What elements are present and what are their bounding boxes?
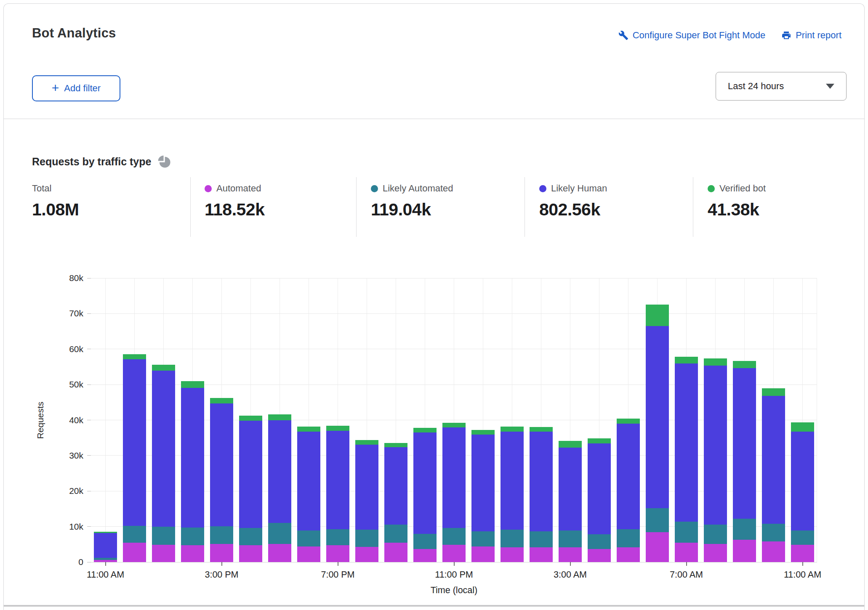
- bar-segment-verified-bot[interactable]: [413, 428, 437, 432]
- stat-likely-human[interactable]: Likely Human 802.56k: [539, 183, 607, 220]
- bar-segment-automated[interactable]: [762, 541, 785, 562]
- bar-segment-verified-bot[interactable]: [559, 441, 582, 448]
- bar-segment-verified-bot[interactable]: [384, 443, 407, 447]
- bar-segment-automated[interactable]: [152, 545, 175, 562]
- bar-segment-likely-automated[interactable]: [617, 529, 640, 548]
- bar-segment-likely-automated[interactable]: [297, 530, 320, 546]
- bar-segment-automated[interactable]: [181, 545, 204, 562]
- bar-segment-likely-automated[interactable]: [268, 523, 291, 544]
- bar-segment-verified-bot[interactable]: [646, 305, 669, 326]
- bar-segment-likely-automated[interactable]: [501, 530, 524, 547]
- bar-segment-automated[interactable]: [501, 547, 524, 562]
- bar-segment-likely-automated[interactable]: [413, 534, 437, 549]
- bar-segment-automated[interactable]: [675, 543, 698, 562]
- stat-automated[interactable]: Automated 118.52k: [205, 183, 264, 220]
- bar-segment-automated[interactable]: [413, 549, 437, 562]
- bar-segment-likely-automated[interactable]: [471, 531, 495, 546]
- add-filter-button[interactable]: + Add filter: [32, 75, 120, 101]
- bar-segment-automated[interactable]: [704, 544, 727, 562]
- bar-segment-likely-automated[interactable]: [210, 526, 233, 544]
- bar-segment-automated[interactable]: [791, 545, 814, 562]
- bar-segment-likely-human[interactable]: [588, 443, 611, 534]
- bar-segment-likely-automated[interactable]: [675, 522, 698, 543]
- bar-segment-likely-human[interactable]: [559, 448, 582, 530]
- bar-segment-likely-automated[interactable]: [181, 528, 204, 545]
- bar-segment-automated[interactable]: [210, 544, 233, 562]
- bar-segment-likely-human[interactable]: [501, 432, 524, 530]
- bar-segment-automated[interactable]: [326, 545, 349, 562]
- bar-segment-verified-bot[interactable]: [355, 440, 378, 445]
- bar-segment-automated[interactable]: [268, 544, 291, 562]
- bar-segment-verified-bot[interactable]: [762, 388, 785, 396]
- bar-segment-likely-human[interactable]: [762, 396, 785, 524]
- bar-segment-likely-automated[interactable]: [442, 528, 466, 545]
- bar-segment-likely-human[interactable]: [675, 363, 698, 521]
- bar-segment-likely-automated[interactable]: [355, 530, 378, 547]
- bar-segment-likely-automated[interactable]: [152, 527, 175, 544]
- bar-segment-likely-human[interactable]: [413, 432, 437, 534]
- bar-segment-likely-human[interactable]: [617, 424, 640, 529]
- bar-segment-likely-automated[interactable]: [94, 558, 117, 560]
- bar-segment-verified-bot[interactable]: [733, 361, 756, 368]
- bar-segment-verified-bot[interactable]: [239, 416, 262, 421]
- bar-segment-verified-bot[interactable]: [617, 419, 640, 424]
- bar-segment-likely-human[interactable]: [442, 427, 466, 528]
- bar-segment-verified-bot[interactable]: [210, 398, 233, 403]
- bar-segment-likely-automated[interactable]: [530, 531, 553, 547]
- bar-segment-verified-bot[interactable]: [297, 427, 320, 432]
- bar-segment-verified-bot[interactable]: [94, 532, 117, 533]
- bar-segment-likely-automated[interactable]: [588, 534, 611, 549]
- bar-segment-likely-automated[interactable]: [646, 508, 669, 532]
- stat-likely-automated[interactable]: Likely Automated 119.04k: [371, 183, 453, 220]
- bar-segment-likely-automated[interactable]: [384, 525, 407, 543]
- bar-segment-likely-human[interactable]: [704, 366, 727, 524]
- bar-segment-likely-automated[interactable]: [733, 519, 756, 540]
- bar-segment-verified-bot[interactable]: [791, 422, 814, 432]
- bar-segment-likely-automated[interactable]: [239, 528, 262, 545]
- bar-segment-verified-bot[interactable]: [501, 427, 524, 432]
- bar-segment-automated[interactable]: [530, 547, 553, 562]
- print-report-link[interactable]: Print report: [781, 30, 841, 41]
- bar-segment-verified-bot[interactable]: [588, 438, 611, 443]
- bar-segment-likely-human[interactable]: [297, 432, 320, 530]
- bar-segment-likely-human[interactable]: [239, 421, 262, 528]
- bar-segment-likely-human[interactable]: [733, 368, 756, 519]
- bar-segment-likely-automated[interactable]: [762, 524, 785, 541]
- bar-segment-likely-human[interactable]: [94, 533, 117, 558]
- bar-segment-likely-human[interactable]: [355, 445, 378, 530]
- bar-segment-likely-human[interactable]: [181, 388, 204, 528]
- bar-segment-likely-human[interactable]: [152, 371, 175, 527]
- bar-segment-verified-bot[interactable]: [268, 414, 291, 420]
- bar-segment-automated[interactable]: [123, 543, 146, 562]
- bar-segment-verified-bot[interactable]: [675, 357, 698, 363]
- bar-segment-likely-automated[interactable]: [704, 525, 727, 544]
- bar-segment-automated[interactable]: [471, 546, 495, 562]
- time-range-select[interactable]: Last 24 hours: [716, 72, 847, 101]
- bar-segment-likely-human[interactable]: [268, 420, 291, 523]
- bar-segment-automated[interactable]: [733, 540, 756, 562]
- bar-segment-likely-human[interactable]: [210, 403, 233, 526]
- bar-segment-likely-human[interactable]: [384, 447, 407, 525]
- bar-segment-automated[interactable]: [442, 545, 466, 562]
- bar-segment-automated[interactable]: [384, 543, 407, 562]
- stat-verified-bot[interactable]: Verified bot 41.38k: [708, 183, 766, 220]
- bar-segment-likely-human[interactable]: [646, 326, 669, 508]
- bar-segment-automated[interactable]: [646, 532, 669, 562]
- bar-segment-verified-bot[interactable]: [704, 358, 727, 366]
- bar-segment-automated[interactable]: [588, 549, 611, 562]
- bar-segment-likely-automated[interactable]: [123, 526, 146, 543]
- bar-segment-automated[interactable]: [239, 545, 262, 562]
- bar-segment-likely-human[interactable]: [791, 432, 814, 530]
- bar-segment-likely-human[interactable]: [471, 435, 495, 531]
- bar-segment-automated[interactable]: [617, 547, 640, 562]
- bar-segment-automated[interactable]: [355, 547, 378, 562]
- bar-segment-verified-bot[interactable]: [326, 426, 349, 431]
- bar-segment-likely-automated[interactable]: [791, 530, 814, 545]
- bar-segment-verified-bot[interactable]: [152, 365, 175, 371]
- bar-segment-verified-bot[interactable]: [442, 423, 466, 427]
- bar-segment-automated[interactable]: [297, 546, 320, 562]
- bar-segment-likely-human[interactable]: [530, 432, 553, 531]
- bar-segment-likely-human[interactable]: [123, 359, 146, 526]
- bar-segment-verified-bot[interactable]: [471, 430, 495, 435]
- stat-total[interactable]: Total 1.08M: [32, 183, 79, 220]
